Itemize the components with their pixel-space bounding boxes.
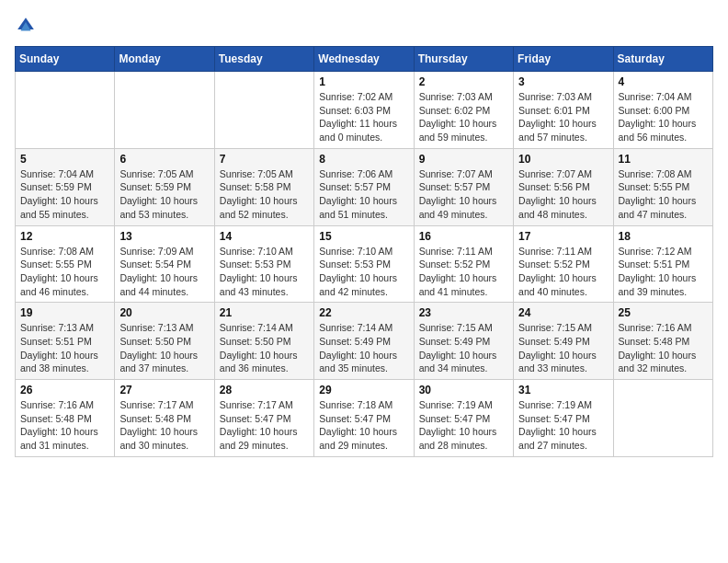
calendar-cell: 15Sunrise: 7:10 AMSunset: 5:53 PMDayligh… — [314, 225, 414, 303]
day-info: Sunrise: 7:16 AMSunset: 5:48 PMDaylight:… — [619, 321, 708, 375]
day-info: Sunrise: 7:17 AMSunset: 5:47 PMDaylight:… — [220, 398, 309, 453]
day-number: 25 — [619, 306, 708, 319]
week-row-4: 19Sunrise: 7:13 AMSunset: 5:51 PMDayligh… — [16, 303, 713, 380]
day-number: 6 — [119, 153, 209, 166]
day-number: 26 — [20, 384, 109, 396]
day-info: Sunrise: 7:07 AMSunset: 5:56 PMDaylight:… — [518, 167, 608, 222]
day-info: Sunrise: 7:14 AMSunset: 5:49 PMDaylight:… — [319, 321, 408, 375]
day-info: Sunrise: 7:05 AMSunset: 5:58 PMDaylight:… — [220, 167, 309, 222]
day-number: 17 — [518, 230, 608, 243]
day-info: Sunrise: 7:19 AMSunset: 5:47 PMDaylight:… — [518, 398, 608, 453]
header-friday: Friday — [514, 47, 613, 72]
header-tuesday: Tuesday — [214, 47, 313, 72]
calendar-cell: 26Sunrise: 7:16 AMSunset: 5:48 PMDayligh… — [16, 380, 115, 457]
day-number: 21 — [220, 306, 309, 319]
logo-icon — [15, 15, 37, 37]
calendar-cell: 5Sunrise: 7:04 AMSunset: 5:59 PMDaylight… — [16, 148, 115, 225]
day-info: Sunrise: 7:11 AMSunset: 5:52 PMDaylight:… — [518, 245, 608, 299]
calendar-cell: 3Sunrise: 7:03 AMSunset: 6:01 PMDaylight… — [514, 72, 613, 149]
day-number: 22 — [319, 306, 408, 319]
calendar-cell: 9Sunrise: 7:07 AMSunset: 5:57 PMDaylight… — [414, 148, 513, 225]
day-number: 4 — [619, 75, 708, 88]
header-saturday: Saturday — [613, 47, 712, 72]
day-info: Sunrise: 7:15 AMSunset: 5:49 PMDaylight:… — [518, 321, 608, 375]
calendar-cell: 7Sunrise: 7:05 AMSunset: 5:58 PMDaylight… — [214, 148, 313, 225]
week-row-3: 12Sunrise: 7:08 AMSunset: 5:55 PMDayligh… — [16, 225, 713, 303]
day-number: 19 — [20, 306, 109, 319]
day-info: Sunrise: 7:13 AMSunset: 5:51 PMDaylight:… — [20, 321, 109, 375]
calendar-cell — [214, 72, 313, 149]
day-info: Sunrise: 7:09 AMSunset: 5:54 PMDaylight:… — [119, 245, 209, 299]
header-sunday: Sunday — [16, 47, 115, 72]
day-info: Sunrise: 7:19 AMSunset: 5:47 PMDaylight:… — [419, 398, 508, 453]
day-info: Sunrise: 7:12 AMSunset: 5:51 PMDaylight:… — [619, 245, 708, 299]
day-info: Sunrise: 7:07 AMSunset: 5:57 PMDaylight:… — [419, 167, 508, 222]
calendar-cell — [16, 72, 115, 149]
calendar-cell: 12Sunrise: 7:08 AMSunset: 5:55 PMDayligh… — [16, 225, 115, 303]
day-number: 14 — [220, 230, 309, 243]
day-info: Sunrise: 7:08 AMSunset: 5:55 PMDaylight:… — [20, 245, 109, 299]
calendar-cell: 31Sunrise: 7:19 AMSunset: 5:47 PMDayligh… — [514, 380, 613, 457]
day-info: Sunrise: 7:13 AMSunset: 5:50 PMDaylight:… — [119, 321, 209, 375]
day-info: Sunrise: 7:11 AMSunset: 5:52 PMDaylight:… — [419, 245, 508, 299]
day-number: 9 — [419, 153, 508, 166]
calendar-cell: 14Sunrise: 7:10 AMSunset: 5:53 PMDayligh… — [214, 225, 313, 303]
day-number: 3 — [518, 75, 608, 88]
day-number: 16 — [419, 230, 508, 243]
day-number: 20 — [119, 306, 209, 319]
day-info: Sunrise: 7:04 AMSunset: 5:59 PMDaylight:… — [20, 167, 109, 222]
calendar-cell: 24Sunrise: 7:15 AMSunset: 5:49 PMDayligh… — [514, 303, 613, 380]
day-number: 24 — [518, 306, 608, 319]
calendar-cell — [115, 72, 214, 149]
calendar-cell: 11Sunrise: 7:08 AMSunset: 5:55 PMDayligh… — [613, 148, 712, 225]
calendar-cell: 17Sunrise: 7:11 AMSunset: 5:52 PMDayligh… — [514, 225, 613, 303]
calendar-cell: 19Sunrise: 7:13 AMSunset: 5:51 PMDayligh… — [16, 303, 115, 380]
day-info: Sunrise: 7:02 AMSunset: 6:03 PMDaylight:… — [319, 90, 408, 144]
day-number: 11 — [619, 153, 708, 166]
calendar-cell: 27Sunrise: 7:17 AMSunset: 5:48 PMDayligh… — [115, 380, 214, 457]
header-wednesday: Wednesday — [314, 47, 414, 72]
day-info: Sunrise: 7:18 AMSunset: 5:47 PMDaylight:… — [319, 398, 408, 453]
calendar-cell: 6Sunrise: 7:05 AMSunset: 5:59 PMDaylight… — [115, 148, 214, 225]
calendar-cell: 23Sunrise: 7:15 AMSunset: 5:49 PMDayligh… — [414, 303, 513, 380]
calendar-cell: 28Sunrise: 7:17 AMSunset: 5:47 PMDayligh… — [214, 380, 313, 457]
header-monday: Monday — [115, 47, 214, 72]
calendar-cell — [613, 380, 712, 457]
day-number: 30 — [419, 384, 508, 396]
day-number: 29 — [319, 384, 408, 396]
day-number: 1 — [319, 75, 408, 88]
day-info: Sunrise: 7:10 AMSunset: 5:53 PMDaylight:… — [220, 245, 309, 299]
days-header-row: SundayMondayTuesdayWednesdayThursdayFrid… — [16, 47, 713, 72]
calendar-cell: 13Sunrise: 7:09 AMSunset: 5:54 PMDayligh… — [115, 225, 214, 303]
calendar-cell: 8Sunrise: 7:06 AMSunset: 5:57 PMDaylight… — [314, 148, 414, 225]
day-info: Sunrise: 7:03 AMSunset: 6:02 PMDaylight:… — [419, 90, 508, 144]
calendar-cell: 21Sunrise: 7:14 AMSunset: 5:50 PMDayligh… — [214, 303, 313, 380]
day-info: Sunrise: 7:16 AMSunset: 5:48 PMDaylight:… — [20, 398, 109, 453]
calendar-cell: 16Sunrise: 7:11 AMSunset: 5:52 PMDayligh… — [414, 225, 513, 303]
week-row-2: 5Sunrise: 7:04 AMSunset: 5:59 PMDaylight… — [16, 148, 713, 225]
day-info: Sunrise: 7:03 AMSunset: 6:01 PMDaylight:… — [518, 90, 608, 144]
day-info: Sunrise: 7:06 AMSunset: 5:57 PMDaylight:… — [319, 167, 408, 222]
day-info: Sunrise: 7:17 AMSunset: 5:48 PMDaylight:… — [119, 398, 209, 453]
day-number: 10 — [518, 153, 608, 166]
day-number: 7 — [220, 153, 309, 166]
page-header — [15, 15, 713, 37]
day-number: 23 — [419, 306, 508, 319]
day-number: 15 — [319, 230, 408, 243]
day-info: Sunrise: 7:14 AMSunset: 5:50 PMDaylight:… — [220, 321, 309, 375]
calendar-cell: 2Sunrise: 7:03 AMSunset: 6:02 PMDaylight… — [414, 72, 513, 149]
calendar-table: SundayMondayTuesdayWednesdayThursdayFrid… — [15, 46, 713, 457]
day-number: 18 — [619, 230, 708, 243]
day-number: 12 — [20, 230, 109, 243]
day-number: 13 — [119, 230, 209, 243]
header-thursday: Thursday — [414, 47, 513, 72]
calendar-cell: 1Sunrise: 7:02 AMSunset: 6:03 PMDaylight… — [314, 72, 414, 149]
day-info: Sunrise: 7:08 AMSunset: 5:55 PMDaylight:… — [619, 167, 708, 222]
day-number: 8 — [319, 153, 408, 166]
calendar-cell: 4Sunrise: 7:04 AMSunset: 6:00 PMDaylight… — [613, 72, 712, 149]
day-number: 27 — [119, 384, 209, 396]
calendar-cell: 25Sunrise: 7:16 AMSunset: 5:48 PMDayligh… — [613, 303, 712, 380]
day-info: Sunrise: 7:05 AMSunset: 5:59 PMDaylight:… — [119, 167, 209, 222]
day-number: 5 — [20, 153, 109, 166]
calendar-cell: 30Sunrise: 7:19 AMSunset: 5:47 PMDayligh… — [414, 380, 513, 457]
